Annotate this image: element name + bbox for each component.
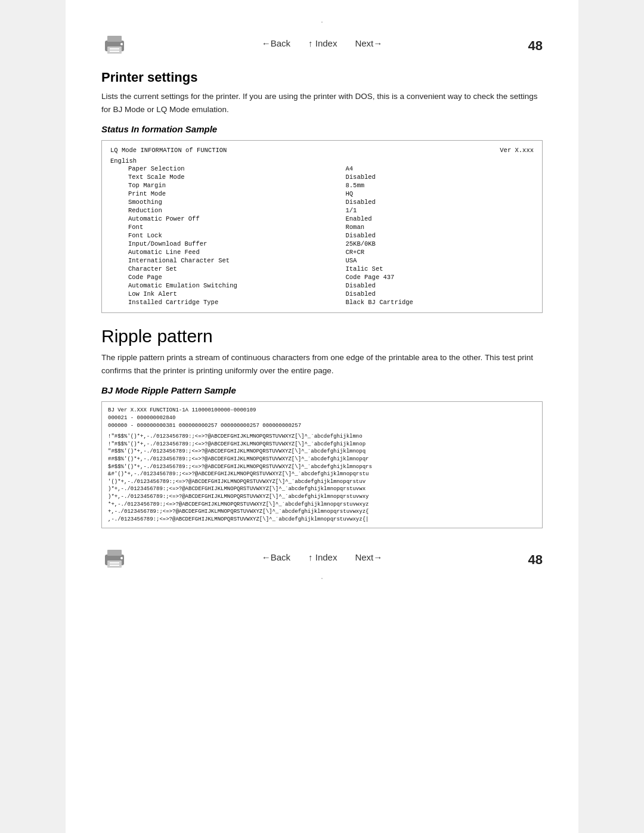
setting-name: Paper Selection <box>110 165 343 173</box>
table-row: International Character SetUSA <box>110 256 534 265</box>
ripple-line: BJ Ver X.XXX FUNCTION1-1A 110000100000-0… <box>108 407 536 414</box>
setting-name: International Character Set <box>110 256 343 265</box>
page-number-top: 48 <box>528 38 543 54</box>
setting-value: Enabled <box>343 215 534 223</box>
setting-value: Italic Set <box>343 265 534 273</box>
setting-name: Reduction <box>110 206 343 215</box>
setting-name: Font <box>110 223 343 231</box>
table-row: Code PageCode Page 437 <box>110 273 534 281</box>
svg-rect-2 <box>107 47 122 54</box>
index-link-bottom[interactable]: ↑ Index <box>308 552 337 562</box>
setting-name: Print Mode <box>110 190 343 198</box>
setting-name: Smoothing <box>110 198 343 206</box>
setting-value: USA <box>343 256 534 265</box>
table-row: Print ModeHQ <box>110 190 534 198</box>
setting-name: Code Page <box>110 273 343 281</box>
setting-name: Automatic Line Feed <box>110 248 343 256</box>
setting-value: Code Page 437 <box>343 273 534 281</box>
status-sample-box: LQ Mode INFORMATION of FUNCTION Ver X.xx… <box>101 140 543 313</box>
svg-rect-7 <box>107 550 122 556</box>
dot-top: · <box>101 12 543 27</box>
ripple-line: )*+,-./0123456789:;<=>?@ABCDEFGHIJKLMNOP… <box>108 485 536 493</box>
setting-value: Disabled <box>343 281 534 290</box>
table-row: Top Margin8.5mm <box>110 181 534 190</box>
setting-name: Automatic Emulation Switching <box>110 281 343 290</box>
next-link-bottom[interactable]: Next→ <box>355 552 382 562</box>
ripple-line: +,-./0123456789:;<=>?@ABCDEFGHIJKLMNOPQR… <box>108 508 536 516</box>
setting-name: Low Ink Alert <box>110 290 343 298</box>
svg-point-5 <box>120 43 123 45</box>
printer-settings-subsection-title: Status In formation Sample <box>101 124 543 134</box>
svg-rect-8 <box>107 561 122 568</box>
setting-value: A4 <box>343 165 534 173</box>
next-link-top[interactable]: Next→ <box>355 38 382 48</box>
setting-value: 25KB/0KB <box>343 240 534 248</box>
dot-bottom: · <box>101 568 543 584</box>
setting-value: 8.5mm <box>343 181 534 190</box>
ripple-line: "#$$%'()*+,-./0123456789:;<=>?@ABCDEFGHI… <box>108 448 536 456</box>
ripple-pattern-subsection-title: BJ Mode Ripple Pattern Sample <box>101 385 543 395</box>
printer-settings-title: Printer settings <box>101 70 543 85</box>
bottom-nav-bar: ←Back ↑ Index Next→ 48 <box>101 541 543 568</box>
printer-settings-body: Lists the current settings for the print… <box>101 90 543 116</box>
ripple-pattern-body: The ripple pattern prints a stream of co… <box>101 351 543 377</box>
setting-value: CR+CR <box>343 248 534 256</box>
svg-rect-1 <box>107 36 122 42</box>
setting-value: Disabled <box>343 198 534 206</box>
table-row: Installed Cartridge TypeBlack BJ Cartrid… <box>110 298 534 306</box>
ripple-pattern-title: Ripple pattern <box>101 326 543 346</box>
sample-header-right: Ver X.xxx <box>500 147 534 154</box>
ripple-line: &#'()*+,-./0123456789:;<=>?@ABCDEFGHIJKL… <box>108 470 536 478</box>
bottom-printer-icon <box>101 547 128 572</box>
svg-rect-3 <box>110 48 119 49</box>
top-printer-icon <box>101 33 128 58</box>
top-nav-bar: ←Back ↑ Index Next→ 48 <box>101 27 543 57</box>
table-row: Automatic Line FeedCR+CR <box>110 248 534 256</box>
ripple-line: '()*+,-./0123456789:;<=>?@ABCDEFGHIJKLMN… <box>108 478 536 486</box>
table-row: Paper SelectionA4 <box>110 165 534 173</box>
setting-value: 1/1 <box>343 206 534 215</box>
setting-name: Font Lock <box>110 231 343 240</box>
ripple-line: ,-./0123456789:;<=>?@ABCDEFGHIJKLMNOPQRS… <box>108 516 536 524</box>
setting-value: Disabled <box>343 290 534 298</box>
table-row: Reduction1/1 <box>110 206 534 215</box>
page-container: · ←Back ↑ Index Next→ 48 Printer setting… <box>66 0 578 833</box>
table-row: Input/Download Buffer25KB/0KB <box>110 240 534 248</box>
back-link-bottom[interactable]: ←Back <box>262 552 290 562</box>
ripple-line: *+,-./0123456789:;<=>?@ABCDEFGHIJKLMNOPQ… <box>108 501 536 509</box>
ripple-line: )*+,-./0123456789:;<=>?@ABCDEFGHIJKLMNOP… <box>108 493 536 501</box>
ripple-line: 000021 - 000000002840 <box>108 414 536 422</box>
svg-rect-4 <box>110 51 119 52</box>
ripple-sample-box: BJ Ver X.XXX FUNCTION1-1A 110000100000-0… <box>101 401 543 528</box>
table-row: Automatic Power OffEnabled <box>110 215 534 223</box>
ripple-line: ##$$%'()*+,-./0123456789:;<=>?@ABCDEFGHI… <box>108 456 536 463</box>
ripple-line: $#$$%'()*+,-./0123456789:;<=>?@ABCDEFGHI… <box>108 463 536 471</box>
index-link-top[interactable]: ↑ Index <box>308 38 337 48</box>
setting-value: Black BJ Cartridge <box>343 298 534 306</box>
table-row: Low Ink AlertDisabled <box>110 290 534 298</box>
sample-header-left: LQ Mode INFORMATION of FUNCTION <box>110 147 227 154</box>
settings-table: Paper SelectionA4Text Scale ModeDisabled… <box>110 165 534 306</box>
setting-value: Disabled <box>343 231 534 240</box>
bottom-nav-links: ←Back ↑ Index Next→ <box>262 552 383 562</box>
table-row: Character SetItalic Set <box>110 265 534 273</box>
table-row: Text Scale ModeDisabled <box>110 173 534 181</box>
ripple-line: !"#$$%'()*+,-./0123456789:;<=>?@ABCDEFGH… <box>108 433 536 441</box>
sample-label: English <box>110 157 534 165</box>
setting-value: Disabled <box>343 173 534 181</box>
setting-name: Installed Cartridge Type <box>110 298 343 306</box>
setting-value: HQ <box>343 190 534 198</box>
table-row: FontRoman <box>110 223 534 231</box>
svg-point-11 <box>120 557 123 559</box>
table-row: Font LockDisabled <box>110 231 534 240</box>
ripple-line: !"#$$%'()*+,-./0123456789:;<=>?@ABCDEFGH… <box>108 441 536 448</box>
page-number-bottom: 48 <box>528 552 543 568</box>
top-nav-links: ←Back ↑ Index Next→ <box>262 38 383 48</box>
table-row: Automatic Emulation SwitchingDisabled <box>110 281 534 290</box>
svg-rect-9 <box>110 562 119 563</box>
setting-name: Top Margin <box>110 181 343 190</box>
back-link-top[interactable]: ←Back <box>262 38 290 48</box>
table-row: SmoothingDisabled <box>110 198 534 206</box>
setting-value: Roman <box>343 223 534 231</box>
ripple-line: 000000 - 000000000381 000000000257 00000… <box>108 422 536 430</box>
